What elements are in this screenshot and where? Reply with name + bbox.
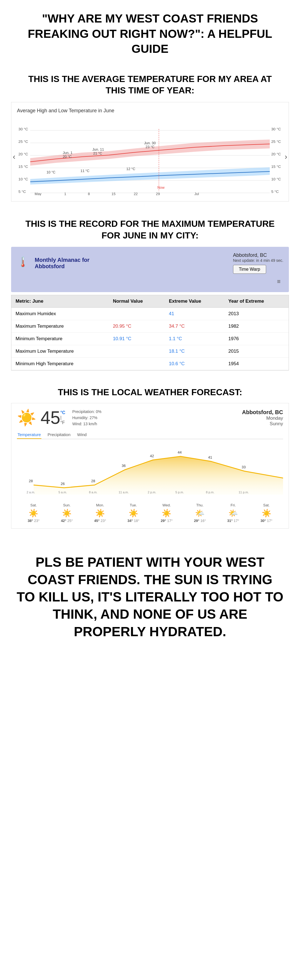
section3-label-wrapper: THIS IS THE LOCAL WEATHER FORECAST: bbox=[0, 379, 300, 400]
day-temperature: 29° 17° bbox=[150, 519, 183, 523]
svg-text:Jun. 11: Jun. 11 bbox=[92, 148, 104, 151]
section1-label: THIS IS THE AVERAGE TEMPERATURE FOR MY A… bbox=[22, 73, 278, 97]
day-time-label: Wed. bbox=[150, 503, 183, 507]
svg-text:12 °C: 12 °C bbox=[126, 167, 135, 171]
weather-city: Abbotsford, BC bbox=[242, 409, 283, 415]
svg-text:5 °C: 5 °C bbox=[18, 189, 26, 194]
svg-text:1: 1 bbox=[64, 192, 66, 196]
weather-day: Monday bbox=[242, 415, 283, 421]
tab-temperature[interactable]: Temperature bbox=[17, 431, 41, 439]
day-time-label: Sun. bbox=[50, 503, 84, 507]
chart-nav-right-icon[interactable]: › bbox=[285, 152, 287, 161]
day-time-label: Fri. bbox=[217, 503, 250, 507]
humidity-label: Humidity: 27% bbox=[72, 415, 102, 421]
page-title-section: "WHY ARE MY WEST COAST FRIENDS FREAKING … bbox=[0, 0, 300, 62]
metric-name: Minimum Temperature bbox=[11, 332, 109, 345]
unit-celsius[interactable]: °C bbox=[60, 410, 65, 415]
forecast-day-tue: Tue. ☀️ 34° 18° bbox=[117, 503, 150, 523]
metric-normal: 20.95 °C bbox=[109, 320, 165, 332]
section2-label-wrapper: THIS IS THE RECORD FOR THE MAXIMUM TEMPE… bbox=[0, 210, 300, 244]
svg-text:25 °C: 25 °C bbox=[18, 140, 28, 144]
day-time-label: Sat. bbox=[17, 503, 50, 507]
table-row: Minimum High Temperature 10.6 °C 1954 bbox=[11, 358, 289, 370]
metric-year: 1954 bbox=[224, 358, 289, 370]
metric-name: Maximum Low Temperature bbox=[11, 345, 109, 358]
almanac-table-wrapper: Metric: June Normal Value Extreme Value … bbox=[11, 295, 289, 371]
metric-extreme: 10.6 °C bbox=[165, 358, 224, 370]
metric-name: Maximum Humidex bbox=[11, 308, 109, 320]
temperature-value: 45 bbox=[41, 407, 60, 428]
metric-normal bbox=[109, 358, 165, 370]
table-row: Maximum Humidex 41 2013 bbox=[11, 308, 289, 320]
unit-toggle[interactable]: °C | °F bbox=[60, 410, 65, 425]
day-weather-icon: 🌤️ bbox=[183, 509, 217, 518]
forecast-day-sun: Sun. ☀️ 42° 25° bbox=[50, 503, 84, 523]
svg-text:10 °C: 10 °C bbox=[18, 177, 28, 181]
temperature-chart-container: Average High and Low Temperature in June… bbox=[11, 102, 289, 202]
forecast-day-thu: Thu. 🌤️ 29° 16° bbox=[183, 503, 217, 523]
day-time-label: Mon. bbox=[84, 503, 117, 507]
svg-text:22: 22 bbox=[133, 192, 138, 196]
weather-chart-area: 28 26 28 36 42 44 41 33 2 a.m. 5 a.m. 8 … bbox=[17, 442, 283, 498]
tab-precipitation[interactable]: Precipitation bbox=[47, 431, 71, 439]
metric-year: 1976 bbox=[224, 332, 289, 345]
almanac-header: 🌡️ Monthly Almanac for Abbotsford Abbots… bbox=[17, 252, 283, 274]
day-weather-icon: ☀️ bbox=[150, 509, 183, 518]
tab-wind[interactable]: Wind bbox=[77, 431, 87, 439]
day-weather-icon: ☀️ bbox=[17, 509, 50, 518]
svg-text:26: 26 bbox=[60, 482, 64, 486]
forecast-day-wed: Wed. ☀️ 29° 17° bbox=[150, 503, 183, 523]
almanac-icon: 🌡️ bbox=[17, 256, 30, 270]
svg-text:5 p.m.: 5 p.m. bbox=[176, 490, 184, 494]
precipitation-label: Precipitation: 0% bbox=[72, 409, 102, 415]
weather-top: ☀️ 45 °C | °F Precipitation: 0% Humidity… bbox=[17, 407, 283, 428]
svg-text:Jul: Jul bbox=[194, 192, 199, 196]
svg-text:33: 33 bbox=[242, 465, 246, 469]
svg-text:25 °C: 25 °C bbox=[271, 140, 281, 144]
svg-text:28: 28 bbox=[29, 479, 33, 483]
section3-label: THIS IS THE LOCAL WEATHER FORECAST: bbox=[22, 387, 278, 398]
svg-text:May: May bbox=[35, 192, 42, 196]
svg-text:8 p.m.: 8 p.m. bbox=[206, 490, 214, 494]
weather-tabs: Temperature Precipitation Wind bbox=[17, 431, 283, 439]
chart-nav-left-icon[interactable]: ‹ bbox=[13, 152, 15, 161]
col-year: Year of Extreme bbox=[224, 295, 289, 308]
svg-text:8: 8 bbox=[88, 192, 90, 196]
table-header-row: Metric: June Normal Value Extreme Value … bbox=[11, 295, 289, 308]
metric-normal bbox=[109, 308, 165, 320]
day-temperature: 30° 17° bbox=[250, 519, 283, 523]
almanac-header-right: Abbotsford, BC Next update: in 4 min 49 … bbox=[233, 252, 283, 274]
svg-text:20 °C: 20 °C bbox=[271, 152, 281, 156]
svg-text:23 °C: 23 °C bbox=[146, 145, 154, 149]
unit-fahrenheit[interactable]: °F bbox=[60, 420, 65, 425]
svg-text:15 °C: 15 °C bbox=[271, 164, 281, 169]
page-title: "WHY ARE MY WEST COAST FRIENDS FREAKING … bbox=[17, 11, 283, 57]
almanac-menu-icon[interactable]: ≡ bbox=[17, 277, 283, 286]
weather-details: Precipitation: 0% Humidity: 27% Wind: 13… bbox=[72, 409, 102, 427]
almanac-update: Next update: in 4 min 49 sec. bbox=[233, 258, 283, 262]
table-body: Maximum Humidex 41 2013 Maximum Temperat… bbox=[11, 308, 289, 370]
temperature-display: 45 °C | °F bbox=[41, 407, 65, 428]
day-weather-icon: ☀️ bbox=[117, 509, 150, 518]
svg-text:28: 28 bbox=[91, 479, 95, 483]
svg-text:Now: Now bbox=[157, 186, 165, 189]
svg-text:15 °C: 15 °C bbox=[18, 164, 28, 169]
weather-widget: ☀️ 45 °C | °F Precipitation: 0% Humidity… bbox=[11, 403, 289, 529]
svg-text:10 °C: 10 °C bbox=[46, 170, 55, 174]
chart-area: ‹ 5 °C 10 °C 15 °C 20 °C 25 °C 30 °C 5 °… bbox=[17, 118, 283, 196]
metric-extreme: 1.1 °C bbox=[165, 332, 224, 345]
almanac-card: 🌡️ Monthly Almanac for Abbotsford Abbots… bbox=[11, 247, 289, 292]
almanac-header-left: 🌡️ Monthly Almanac for Abbotsford bbox=[17, 256, 90, 270]
svg-text:2 a.m.: 2 a.m. bbox=[27, 490, 35, 494]
metric-normal bbox=[109, 345, 165, 358]
forecast-day-sat1: Sat. ☀️ 38° 23° bbox=[17, 503, 50, 523]
almanac-location: Abbotsford, BC bbox=[233, 252, 283, 258]
almanac-table: Metric: June Normal Value Extreme Value … bbox=[11, 295, 289, 370]
col-normal: Normal Value bbox=[109, 295, 165, 308]
table-row: Maximum Low Temperature 18.1 °C 2015 bbox=[11, 345, 289, 358]
wind-label: Wind: 13 km/h bbox=[72, 421, 102, 427]
timewarp-button[interactable]: Time Warp bbox=[233, 265, 266, 274]
section1-label-wrapper: THIS IS THE AVERAGE TEMPERATURE FOR MY A… bbox=[0, 62, 300, 99]
svg-text:11 p.m.: 11 p.m. bbox=[239, 490, 249, 494]
weather-top-right: Abbotsford, BC Monday Sunny bbox=[242, 409, 283, 426]
